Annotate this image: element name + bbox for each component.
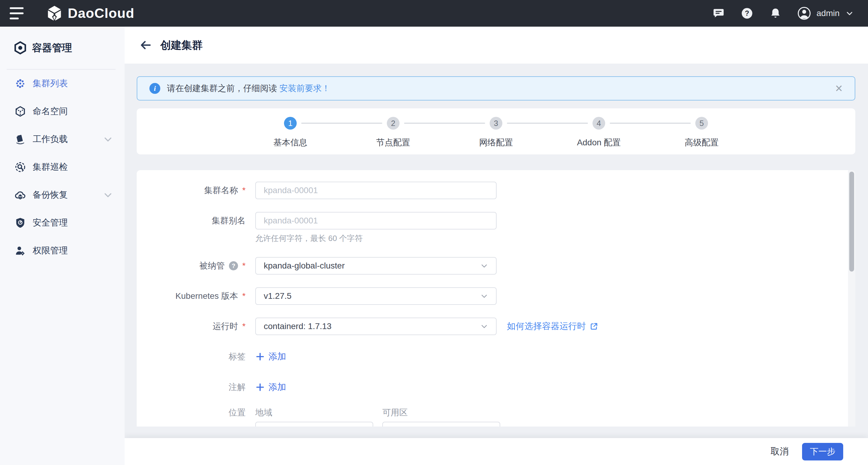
external-link-icon (589, 322, 598, 331)
sidebar-item-security[interactable]: 安全管理 (0, 209, 125, 237)
k8s-version-select[interactable]: v1.27.5 (255, 287, 497, 305)
page-header: 创建集群 (125, 27, 868, 64)
username: admin (816, 8, 840, 18)
back-button[interactable] (139, 38, 152, 52)
info-banner: i 请在创建集群之前，仔细阅读 安装前要求！ × (137, 76, 855, 100)
sidebar-item-cluster-inspection[interactable]: 集群巡检 (0, 153, 125, 181)
next-step-button[interactable]: 下一步 (802, 443, 843, 461)
labels-label: 标签 (137, 350, 246, 363)
annotations-label: 注解 (137, 381, 246, 394)
cluster-alias-hint: 允许任何字符，最长 60 个字符 (255, 233, 497, 244)
cluster-inspection-icon (14, 162, 26, 173)
cluster-alias-input[interactable] (255, 212, 497, 230)
sidebar-item-permissions[interactable]: 权限管理 (0, 237, 125, 265)
add-annotation-button[interactable]: 添加 (255, 381, 286, 394)
sidebar-item-cluster-list[interactable]: 集群列表 (0, 69, 125, 97)
container-management-icon (13, 41, 27, 55)
zone-label: 可用区 (382, 407, 500, 418)
hamburger-menu-icon[interactable] (10, 7, 24, 19)
k8s-version-label: Kubernetes 版本* (137, 287, 246, 305)
region-select[interactable] (255, 422, 373, 427)
managed-by-select[interactable]: kpanda-global-cluster (255, 257, 497, 274)
select-chevron-icon (480, 292, 489, 301)
chevron-down-icon (102, 134, 114, 145)
form-scrollbar-thumb[interactable] (849, 172, 854, 271)
sidebar-item-backup-restore[interactable]: 备份恢复 (0, 181, 125, 209)
brand-logo[interactable]: DaoCloud (46, 5, 134, 22)
banner-text: 请在创建集群之前，仔细阅读 安装前要求！ (167, 83, 330, 94)
user-menu[interactable]: admin (797, 6, 854, 20)
banner-close-icon[interactable]: × (835, 82, 843, 95)
chevron-down-icon (102, 189, 114, 201)
daocloud-logo-icon (46, 5, 63, 22)
add-label-button[interactable]: 添加 (255, 350, 286, 363)
help-icon[interactable]: ? (740, 7, 754, 20)
cluster-list-icon (14, 78, 26, 89)
sidebar-item-workloads[interactable]: 工作负载 (0, 125, 125, 153)
info-icon: i (149, 83, 160, 94)
page-title: 创建集群 (160, 38, 203, 52)
select-chevron-icon (480, 322, 489, 331)
wizard-stepper: 1 基本信息 2 节点配置 3 网络配置 4 Addon 配置 5 高级配置 (137, 108, 855, 154)
content-area: i 请在创建集群之前，仔细阅读 安装前要求！ × 1 基本信息 2 节点配置 3… (125, 64, 868, 465)
managed-by-label: 被纳管 ? * (137, 257, 246, 274)
location-label: 位置 (137, 407, 246, 418)
pre-install-requirements-link[interactable]: 安装前要求！ (279, 84, 330, 93)
sidebar: 容器管理 集群列表 命名空间 工作负载 (0, 27, 125, 465)
avatar (797, 6, 811, 20)
namespace-icon (14, 106, 26, 117)
wizard-footer: 取消 下一步 (125, 438, 868, 465)
runtime-doc-link[interactable]: 如何选择容器运行时 (507, 320, 598, 332)
cancel-button[interactable]: 取消 (771, 445, 789, 458)
cluster-alias-label: 集群别名 (137, 212, 246, 230)
security-shield-icon (14, 217, 26, 229)
workloads-icon (14, 134, 26, 145)
plus-icon (255, 352, 265, 361)
zone-select[interactable] (382, 422, 500, 427)
cluster-name-input[interactable] (255, 182, 497, 199)
back-arrow-icon (140, 39, 152, 52)
notifications-bell-icon[interactable] (769, 7, 782, 20)
region-label: 地域 (255, 407, 373, 418)
svg-text:?: ? (745, 9, 749, 17)
topbar: DaoCloud ? (0, 0, 868, 27)
managed-by-help-icon[interactable]: ? (229, 261, 238, 270)
brand-name: DaoCloud (68, 5, 134, 21)
select-chevron-icon (480, 261, 489, 270)
form-scrollbar-track[interactable] (848, 170, 855, 427)
runtime-select[interactable]: containerd: 1.7.13 (255, 318, 497, 335)
sidebar-group-title: 容器管理 (0, 27, 125, 69)
messages-icon[interactable] (712, 7, 725, 20)
plus-icon (255, 382, 265, 392)
backup-restore-icon (14, 189, 26, 201)
sidebar-item-namespace[interactable]: 命名空间 (0, 97, 125, 125)
cluster-name-label: 集群名称* (137, 182, 246, 199)
runtime-label: 运行时* (137, 318, 246, 335)
basic-info-form: 集群名称* 集群别名 允许任何字符，最长 60 个字符 被纳管 ? * kpan… (137, 170, 855, 427)
step-advanced-config[interactable]: 5 高级配置 (650, 117, 753, 154)
chevron-down-icon (845, 9, 854, 18)
permissions-user-icon (14, 245, 26, 256)
